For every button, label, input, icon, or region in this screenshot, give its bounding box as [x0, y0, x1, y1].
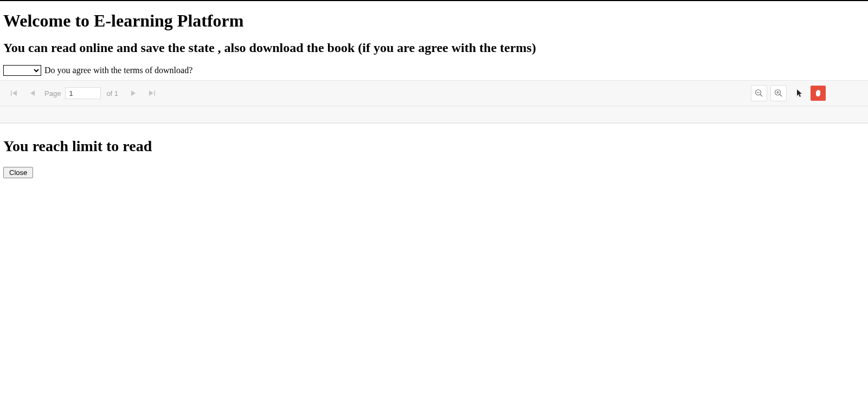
prev-page-icon[interactable]	[28, 89, 37, 98]
svg-marker-2	[30, 90, 35, 96]
svg-line-7	[760, 94, 762, 96]
pdf-viewer: Page of 1	[0, 80, 868, 124]
terms-agree-select[interactable]	[3, 65, 41, 76]
svg-marker-1	[12, 90, 17, 96]
svg-rect-5	[155, 90, 156, 96]
next-page-icon[interactable]	[129, 89, 138, 98]
zoom-out-icon[interactable]	[751, 85, 767, 101]
svg-marker-3	[131, 90, 136, 96]
svg-line-10	[780, 94, 782, 96]
first-page-icon[interactable]	[10, 89, 18, 98]
page-label: Page	[44, 89, 61, 98]
svg-marker-4	[149, 90, 153, 96]
pan-tool-icon[interactable]	[811, 86, 826, 101]
page-number-input[interactable]	[65, 87, 101, 99]
select-tool-icon[interactable]	[792, 86, 807, 101]
page-nav-group	[10, 89, 37, 98]
page-of-label: of 1	[106, 89, 118, 98]
svg-rect-0	[11, 90, 12, 96]
viewer-body	[0, 106, 868, 123]
limit-section: You reach limit to read Close	[0, 138, 868, 178]
zoom-in-icon[interactable]	[770, 85, 787, 101]
page-subtitle: You can read online and save the state ,…	[3, 41, 868, 55]
viewer-toolbar: Page of 1	[0, 81, 868, 106]
limit-heading: You reach limit to read	[3, 138, 868, 155]
close-button[interactable]: Close	[3, 167, 33, 178]
terms-question-label: Do you agree with the terms of download?	[44, 66, 192, 75]
zoom-group	[751, 85, 787, 101]
svg-marker-13	[797, 89, 802, 97]
terms-row: Do you agree with the terms of download?	[3, 65, 868, 76]
cursor-group	[792, 86, 826, 101]
page-nav-group-right	[129, 89, 156, 98]
page-title: Welcome to E-learning Platform	[3, 11, 868, 31]
last-page-icon[interactable]	[147, 89, 156, 98]
